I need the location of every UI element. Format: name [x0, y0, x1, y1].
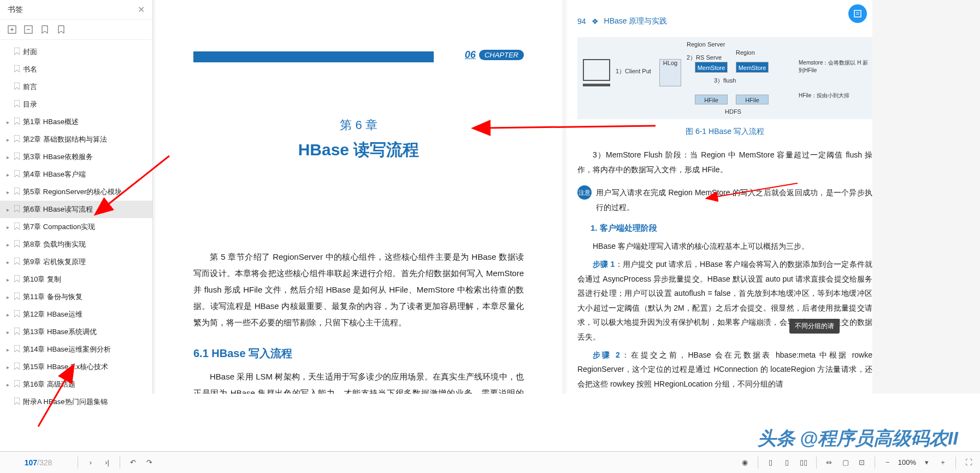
- next-page-icon[interactable]: ›: [85, 457, 97, 469]
- laptop-base: [583, 84, 610, 86]
- bookmark-label: 第4章 HBase客户端: [23, 170, 86, 179]
- sidebar-title: 书签: [8, 5, 23, 15]
- bookmark-label: 第15章 HBase 2.x核心技术: [23, 362, 108, 372]
- fit-width-icon[interactable]: ⇔: [823, 457, 835, 469]
- chevron-right-icon: ▸: [7, 172, 11, 178]
- bookmark-item[interactable]: ▸第11章 备份与恢复: [0, 288, 152, 306]
- label-memstore-note: Memstore：会将数据以 H 新到HFile: [799, 59, 870, 74]
- chevron-right-icon: ▸: [7, 312, 11, 318]
- rotate-right-icon[interactable]: ↷: [143, 457, 155, 469]
- total-pages: /328: [37, 458, 52, 467]
- chapter-bar-decoration: [193, 51, 434, 62]
- bookmark-item[interactable]: ▸第1章 HBase概述: [0, 113, 152, 131]
- sidebar-toolbar: [0, 20, 152, 40]
- chapter-number: 06: [465, 49, 476, 61]
- bookmark-icon: [14, 100, 20, 109]
- bookmark-item[interactable]: ▸第7章 Compaction实现: [0, 218, 152, 236]
- single-page-icon[interactable]: ▯: [765, 457, 777, 469]
- bookmark-item[interactable]: ▸第16章 高级话题: [0, 376, 152, 393]
- bookmark-item[interactable]: ▸第12章 HBase运维: [0, 306, 152, 323]
- bookmark-icon: [14, 363, 20, 371]
- page-right: 94 ❖ HBase 原理与实践 1）Client Put HLog Regio…: [566, 0, 872, 394]
- zoom-in-icon[interactable]: +: [937, 457, 949, 469]
- zoom-dropdown-icon[interactable]: ▾: [920, 457, 932, 469]
- separator: [955, 457, 956, 469]
- bookmark-item[interactable]: ▸附录A HBase热门问题集锦: [0, 393, 152, 411]
- collapse-icon[interactable]: [24, 25, 33, 34]
- document-viewport: 06 CHAPTER 第 6 章 HBase 读写流程 第 5 章节介绍了 Re…: [153, 0, 980, 394]
- bookmark-icon: [14, 205, 20, 214]
- bookmark-item[interactable]: ▸第8章 负载均衡实现: [0, 236, 152, 253]
- bookmark-icon: [14, 398, 20, 406]
- bookmark-icon: [14, 310, 20, 319]
- fit-page-icon[interactable]: ▢: [840, 457, 852, 469]
- chapter-tag: 06 CHAPTER: [465, 49, 524, 61]
- bookmark-icon: [14, 118, 20, 126]
- bookmark-label: 第1章 HBase概述: [23, 117, 79, 127]
- bookmark-label: 目录: [23, 100, 37, 109]
- section-body: HBase 采用 LSM 树架构，天生适用于写多读少的应用场景。在真实生产线环境…: [193, 369, 524, 394]
- diamond-icon: ❖: [592, 17, 599, 26]
- bookmark-item[interactable]: ▸前言: [0, 78, 152, 96]
- bookmark-label: 第11章 备份与恢复: [23, 292, 82, 302]
- accessibility-icon[interactable]: ◉: [739, 457, 751, 469]
- separator: [78, 457, 78, 469]
- label-hfile-note: HFile：按由小到大排: [799, 92, 870, 100]
- chapter-label: 第 6 章: [193, 117, 524, 133]
- chevron-right-icon: ▸: [7, 382, 11, 388]
- chevron-right-icon: ▸: [7, 294, 11, 300]
- chevron-right-icon: ▸: [7, 189, 11, 195]
- bookmark-item[interactable]: ▸第2章 基础数据结构与算法: [0, 131, 152, 148]
- actual-size-icon[interactable]: ⊡: [856, 457, 868, 469]
- hfile-box-1: HFile: [695, 95, 728, 104]
- close-icon[interactable]: ✕: [138, 4, 145, 15]
- bookmark-icon: [14, 275, 20, 284]
- chapter-title: HBase 读写流程: [193, 139, 524, 161]
- bookmark-icon: [14, 240, 20, 249]
- hlog-box: HLog: [659, 59, 681, 86]
- bookmark-item[interactable]: ▸第3章 HBase依赖服务: [0, 148, 152, 166]
- bookmark-item[interactable]: ▸第5章 RegionServer的核心模块: [0, 183, 152, 201]
- chevron-right-icon: ▸: [7, 207, 11, 213]
- label-hdfs: HDFS: [725, 108, 741, 115]
- zoom-out-icon[interactable]: −: [882, 457, 894, 469]
- bottom-toolbar: 107/328 › ›| ↶ ↷ ◉ ▯ ▯ ▯▯ ⇔ ▢ ⊡ − 100% ▾…: [0, 451, 980, 473]
- watermark: 头条 @程序员高级码农II: [758, 426, 959, 451]
- bookmark-outline-icon[interactable]: [40, 25, 49, 34]
- page-header: 94 ❖ HBase 原理与实践: [577, 16, 872, 26]
- tooltip: 不同分组的请: [789, 319, 840, 334]
- bookmark-item[interactable]: ▸第15章 HBase 2.x核心技术: [0, 358, 152, 376]
- bookmark-item[interactable]: ▸第13章 HBase系统调优: [0, 323, 152, 341]
- bookmark-icon: [14, 328, 20, 336]
- bookmark-alt-icon[interactable]: [57, 25, 66, 34]
- separator: [758, 457, 758, 469]
- bookmark-sidebar: 书签 ✕ ▸封面▸书名▸前言▸目录▸第1章 HBase概述▸第2章 基础数据结构…: [0, 0, 153, 394]
- page-indicator[interactable]: 107/328: [5, 458, 71, 467]
- bookmark-item[interactable]: ▸书名: [0, 61, 152, 78]
- label-rs-serve: 2）RS Serve: [687, 54, 722, 62]
- expand-icon[interactable]: [8, 25, 16, 34]
- book-title: HBase 原理与实践: [604, 16, 668, 26]
- page-number: 94: [577, 17, 586, 26]
- zoom-level[interactable]: 100%: [898, 458, 916, 466]
- bookmark-item[interactable]: ▸封面: [0, 43, 152, 61]
- chevron-right-icon: ▸: [7, 364, 11, 370]
- bookmark-item[interactable]: ▸目录: [0, 96, 152, 113]
- fullscreen-icon[interactable]: ⛶: [963, 457, 975, 469]
- last-page-icon[interactable]: ›|: [101, 457, 113, 469]
- step2-text: ：在提交之前，HBase 会在元数据表 hbase:meta 中根据 rowke…: [577, 351, 872, 388]
- bookmark-item[interactable]: ▸第4章 HBase客户端: [0, 166, 152, 183]
- bookmark-item[interactable]: ▸第10章 复制: [0, 271, 152, 288]
- bookmark-label: 第9章 宕机恢复原理: [23, 257, 86, 267]
- bookmark-item[interactable]: ▸第6章 HBase读写流程: [0, 201, 152, 218]
- continuous-icon[interactable]: ▯: [781, 457, 793, 469]
- bookmark-item[interactable]: ▸第9章 宕机恢复原理: [0, 253, 152, 271]
- two-page-icon[interactable]: ▯▯: [798, 457, 810, 469]
- page-left: 06 CHAPTER 第 6 章 HBase 读写流程 第 5 章节介绍了 Re…: [155, 0, 562, 394]
- bookmark-label: 第13章 HBase系统调优: [23, 327, 97, 337]
- bookmark-label: 第16章 高级话题: [23, 379, 75, 389]
- float-action-icon[interactable]: [848, 4, 867, 23]
- sub1-intro: HBase 客户端处理写入请求的核心流程基本上可以概括为三步。: [577, 239, 872, 254]
- rotate-left-icon[interactable]: ↶: [127, 457, 139, 469]
- bookmark-item[interactable]: ▸第14章 HBase运维案例分析: [0, 341, 152, 358]
